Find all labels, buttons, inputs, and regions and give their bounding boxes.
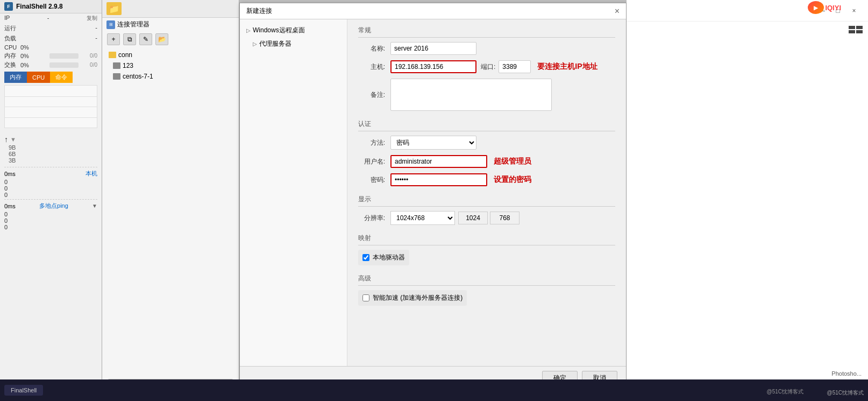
dialog-close-button[interactable]: × [615,7,620,16]
dialog-left-tree: ▷ Windows远程桌面 ▷ 代理服务器 [240,19,347,387]
username-input[interactable] [390,155,487,168]
resolution-label: 分辨率: [358,214,385,223]
site-watermark: @51C忱博客式 [767,388,804,396]
edit-conn-btn[interactable]: ✎ [139,33,152,45]
swap-stat-row: 交换 0% 0/0 [0,60,102,69]
mem-stat-row: 内存 0% 0/0 [0,51,102,60]
smart-accel-checkbox[interactable] [362,294,369,301]
smart-accel-label: 智能加速 (加速海外服务器连接) [373,293,463,302]
swap-label: 交换 [4,61,20,69]
new-conn-btn[interactable]: + [107,33,120,45]
host-input[interactable] [390,60,476,73]
multiping-link[interactable]: 多地点ping [39,202,68,210]
tab-cmd[interactable]: 命令 [50,72,73,83]
dialog-body: ▷ Windows远程桌面 ▷ 代理服务器 常规 名称: 主机: 端口: [240,19,626,387]
tree-server-icon-2 [113,73,120,80]
conn-manager-title: 连接管理器 [117,20,150,29]
conn-child2-label: centos-7-1 [123,73,153,80]
ping-label: 0ms [4,171,16,177]
site-tag: @51C忱博客式 [827,389,864,397]
svg-rect-0 [849,26,855,29]
finalshell-titlebar: F FinalShell 2.9.8 [0,0,102,13]
multiping-arrow-icon[interactable]: ▼ [92,203,97,209]
divider-2 [4,199,97,200]
conn-child1-label: 123 [123,62,133,69]
proxy-tree-node[interactable]: ▷ 代理服务器 [240,37,347,51]
local-link[interactable]: 本机 [86,170,97,178]
dialog-right-form: 常规 名称: 主机: 端口: 要连接主机IP地址 备注: 认证 [347,19,626,387]
username-row: 用户名: 超级管理员 [358,155,615,168]
method-row: 方法: 密码 [358,136,615,150]
name-input[interactable] [390,42,476,55]
mping-val-1: 0 [0,211,102,217]
ip-row: IP - 复制 [0,13,102,23]
folder-new-btn[interactable]: 📂 [155,33,168,45]
grid-view-icon[interactable] [849,26,864,35]
chart-grid [5,86,97,128]
grid-icon [849,26,864,33]
local-drive-label: 本地驱动器 [373,253,405,262]
run-value: - [95,24,97,32]
mem-bar [49,53,79,59]
taskbar-item-finalshell[interactable]: FinalShell [4,385,43,396]
mapping-section-label: 映射 [358,234,615,245]
name-label: 名称: [358,44,385,53]
tab-mem[interactable]: 内存 [4,72,27,83]
res-width-input[interactable] [458,212,488,224]
password-input[interactable] [390,173,487,186]
conn-child1-item[interactable]: 123 [102,60,239,71]
resolution-select[interactable]: 1024x768 [390,211,455,225]
run-row: 运行 - [0,23,102,33]
right-app-area: — □ × ▶ IQIYI [627,0,868,401]
load-row: 负载 - [0,33,102,44]
local-drive-row: 本地驱动器 [358,250,409,265]
win-close-button[interactable]: × [846,4,862,17]
local-drive-checkbox[interactable] [362,254,369,261]
chart-line-2 [5,107,97,107]
swap-value: 0% [20,62,49,68]
svg-rect-2 [849,30,855,33]
load-label: 负载 [4,34,16,43]
conn-child2-item[interactable]: centos-7-1 [102,71,239,82]
ping-val-3: 0 [0,192,102,198]
conn-toolbar: 📁 [102,0,239,18]
ping-val-1: 0 [0,179,102,185]
host-annotation: 要连接主机IP地址 [537,62,597,72]
notes-input[interactable] [390,79,552,111]
monitor-chart [4,85,97,128]
taskbar: FinalShell @51C忱博客式 @51C忱博客式 [0,379,868,401]
notes-row: 备注: [358,79,615,111]
host-row: 主机: 端口: 要连接主机IP地址 [358,60,615,73]
conn-group-label: conn [118,51,132,59]
net-down-label: ▼ [10,136,16,143]
host-label: 主机: [358,62,385,72]
mem-value: 0% [20,53,49,59]
advanced-section: 高级 智能加速 (加速海外服务器连接) [358,274,615,306]
res-height-input[interactable] [490,212,520,224]
port-input[interactable] [499,60,531,73]
resolution-row: 分辨率: 1024x768 [358,211,615,225]
new-connection-dialog: 新建连接 × ▷ Windows远程桌面 ▷ 代理服务器 常规 名称: 主机: [239,3,627,390]
folder-icon[interactable]: 📁 [106,2,122,15]
finalshell-icon: F [4,2,13,11]
multiping-row: 0ms 多地点ping ▼ [0,201,102,211]
conn-group-item[interactable]: conn [102,50,239,60]
proxy-label: 代理服务器 [259,39,291,48]
copy-button[interactable]: 复制 [87,15,97,22]
tree-folder-icon [109,52,116,58]
method-select[interactable]: 密码 [390,136,476,150]
proxy-expand-icon: ▷ [253,41,257,47]
tab-cpu[interactable]: CPU [27,72,50,83]
up-arrow-icon: ↑ [4,135,8,144]
port-label: 端口: [481,62,495,72]
monitor-tabs: 内存 CPU 命令 [4,72,97,83]
chart-line-1 [5,96,97,97]
password-label: 密码: [358,175,385,185]
tree-expand-icon: ▷ [246,27,251,33]
svg-rect-3 [856,30,863,33]
cpu-label: CPU [4,44,20,51]
load-value: - [95,34,97,43]
rdp-tree-node[interactable]: ▷ Windows远程桌面 [240,24,347,37]
password-annotation: 设置的密码 [494,175,531,185]
copy-conn-btn[interactable]: ⧉ [123,33,136,45]
